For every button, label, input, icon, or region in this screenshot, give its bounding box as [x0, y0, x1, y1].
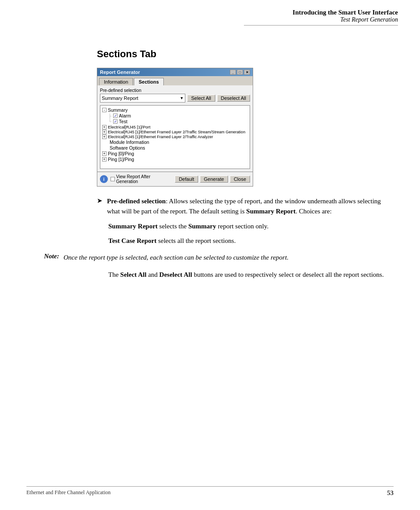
- sub-text1: selects the: [158, 223, 188, 230]
- tree-checkbox[interactable]: ✓: [113, 114, 118, 118]
- footer-buttons: Default Generate Close: [175, 176, 250, 183]
- dialog-body: Pre-defined selection Summary Report ▼ S…: [97, 85, 253, 172]
- summary-report-bold: Summary Report: [246, 208, 295, 215]
- header-title: Introducing the Smart User Interface: [244, 9, 398, 16]
- dialog-container: Report Generator _ □ ✕ Information Secti…: [97, 68, 253, 187]
- main-content: Sections Tab Report Generator _ □ ✕ Info…: [97, 48, 394, 279]
- tree-label: Test: [119, 119, 127, 124]
- section-title: Sections Tab: [97, 48, 394, 60]
- predefined-text2: . Choices are:: [295, 208, 332, 215]
- maximize-button[interactable]: □: [237, 70, 243, 75]
- header-rule: [244, 25, 398, 26]
- tree-item: ├ ✓ Alarm: [102, 113, 248, 118]
- tab-information[interactable]: Information: [99, 78, 133, 85]
- tree-expander[interactable]: +: [102, 135, 107, 139]
- tree-expander[interactable]: -: [102, 108, 107, 112]
- followup-text3: buttons are used to respectively select …: [192, 271, 383, 278]
- page-number: 53: [387, 489, 394, 497]
- tab-sections[interactable]: Sections: [134, 78, 164, 85]
- testcase-report-label: Test Case Report: [108, 237, 156, 244]
- tree-item: + Ping [1]/Ping: [102, 157, 248, 162]
- tree-label: Software Options: [110, 145, 145, 150]
- footer-checkbox-row: View Report After Generation: [111, 174, 172, 184]
- predefined-bold: Pre-defined selection: [107, 198, 166, 205]
- close-button[interactable]: ✕: [244, 70, 250, 75]
- summary-bold: Summary: [188, 223, 216, 230]
- tree-label: Ping [0]/Ping: [108, 151, 134, 156]
- header-subtitle: Test Report Generation: [244, 16, 398, 23]
- tree-label: Summary: [108, 107, 128, 113]
- tree-item: + Electrical[RJ45 [1]/Ethernet Framed La…: [102, 130, 248, 134]
- select-all-bold: Select All: [120, 271, 147, 278]
- select-all-button[interactable]: Select All: [187, 95, 215, 102]
- note-block: Note: Once the report type is selected, …: [44, 253, 394, 263]
- predefined-dropdown[interactable]: Summary Report ▼: [100, 94, 185, 103]
- note-text: Once the report type is selected, each s…: [63, 253, 288, 263]
- tree-area: - Summary ├ ✓ Alarm └ ✓ Test: [100, 105, 250, 169]
- view-report-label: View Report After Generation: [116, 174, 172, 184]
- tree-label: Electrical[RJ45 [1]/Ethernet Framed Laye…: [108, 130, 245, 134]
- tree-expander[interactable]: +: [102, 125, 107, 129]
- tree-expander[interactable]: +: [102, 151, 107, 156]
- footer-left: Ethernet and Fibre Channel Application: [26, 489, 111, 497]
- tree-item: └ ✓ Test: [102, 119, 248, 124]
- tree-item: Software Options: [102, 145, 248, 150]
- tree-label: Ping [1]/Ping: [108, 157, 134, 162]
- sub-para-summary: Summary Report selects the Summary repor…: [108, 221, 394, 231]
- tree-label: Electrical[RJ45 [1]/Ethernet Framed Laye…: [108, 135, 213, 139]
- tree-label: Electrical[RJ45 [1]/Port: [108, 125, 151, 129]
- dropdown-row: Summary Report ▼ Select All Deselect All: [100, 94, 250, 103]
- deselect-all-button[interactable]: Deselect All: [217, 95, 250, 102]
- tree-line: └: [108, 119, 111, 124]
- deselect-all-bold: Deselect All: [159, 271, 192, 278]
- sub-text3: selects all the report sections.: [156, 237, 236, 244]
- sub-para-testcase: Test Case Report selects all the report …: [108, 236, 394, 246]
- dialog-titlebar: Report Generator _ □ ✕: [97, 68, 253, 76]
- chevron-down-icon: ▼: [180, 96, 184, 100]
- page-footer: Ethernet and Fibre Channel Application 5…: [26, 486, 394, 497]
- followup-text1: The: [108, 271, 120, 278]
- tree-line: ├: [108, 114, 111, 118]
- tree-item: + Electrical[RJ45 [1]/Port: [102, 125, 248, 129]
- dropdown-value: Summary Report: [102, 95, 138, 101]
- summary-report-label: Summary Report: [108, 223, 158, 230]
- view-report-checkbox[interactable]: [111, 177, 115, 181]
- dialog-titlebar-buttons: _ □ ✕: [230, 70, 250, 75]
- dialog-title: Report Generator: [100, 70, 140, 75]
- tree-expander[interactable]: +: [102, 157, 107, 161]
- tree-item: + Ping [0]/Ping: [102, 151, 248, 156]
- tree-item: - Summary: [102, 107, 248, 113]
- bullet-predefined: ➤ Pre-defined selection: Allows selectin…: [97, 196, 394, 216]
- dialog-footer: i View Report After Generation Default G…: [97, 172, 253, 186]
- predefined-label: Pre-defined selection: [100, 88, 250, 93]
- dialog-tabs: Information Sections: [97, 76, 253, 85]
- generate-button[interactable]: Generate: [200, 176, 228, 183]
- sub-text2: report section only.: [216, 223, 269, 230]
- arrow-icon: ➤: [97, 197, 103, 216]
- tree-expander[interactable]: +: [102, 130, 107, 134]
- bullet-text: Pre-defined selection: Allows selecting …: [107, 196, 394, 216]
- followup-para: The Select All and Deselect All buttons …: [108, 270, 394, 280]
- followup-text2: and: [147, 271, 159, 278]
- minimize-button[interactable]: _: [230, 70, 236, 75]
- note-label: Note:: [44, 253, 59, 263]
- tree-checkbox[interactable]: ✓: [113, 119, 118, 124]
- tree-item: Module Information: [102, 139, 248, 145]
- info-icon: i: [100, 175, 108, 183]
- tree-item: + Electrical[RJ45 [1]/Ethernet Framed La…: [102, 135, 248, 139]
- close-dialog-button[interactable]: Close: [230, 176, 250, 183]
- tree-label: Module Information: [110, 139, 149, 145]
- dialog-box: Report Generator _ □ ✕ Information Secti…: [97, 68, 253, 187]
- tree-label: Alarm: [119, 113, 131, 118]
- default-button[interactable]: Default: [175, 176, 198, 183]
- page-header: Introducing the Smart User Interface Tes…: [244, 9, 398, 26]
